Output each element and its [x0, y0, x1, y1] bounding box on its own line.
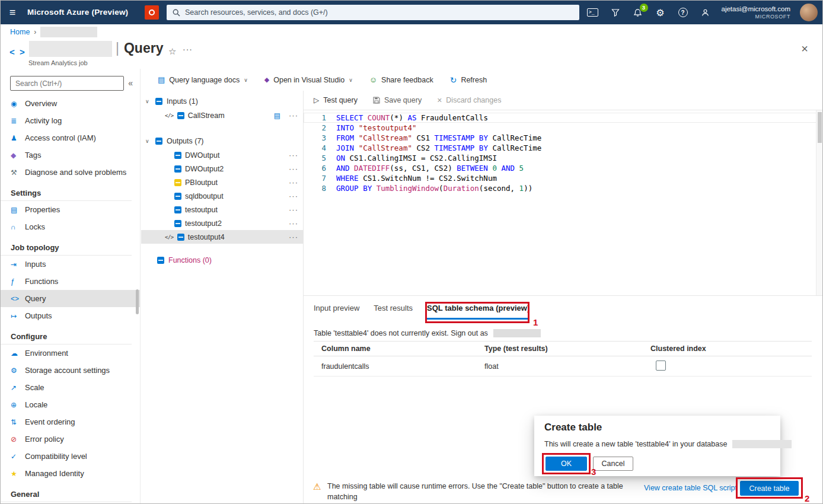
sidebar-item-activity-log[interactable]: ≣Activity log: [1, 112, 140, 129]
avatar[interactable]: [800, 4, 818, 21]
access-control-iam-icon: ♟: [11, 134, 25, 142]
output-icon: [174, 193, 181, 200]
sidebar-item-properties[interactable]: ▤Properties: [1, 201, 140, 218]
create-table-button[interactable]: Create table: [740, 481, 799, 496]
tree-item-testoutput[interactable]: testoutput···: [141, 203, 303, 216]
query-editor[interactable]: 1SELECT COUNT(*) AS FraudulentCalls2INTO…: [303, 110, 817, 295]
sidebar-item-environment[interactable]: ☁Environment: [1, 344, 140, 362]
tree-functions-group[interactable]: Functions (0): [141, 253, 303, 267]
table-missing-text: Table 'testtable4' does not currently ex…: [314, 329, 488, 337]
code-line: 4JOIN "CallStream" CS2 TIMESTAMP BY Call…: [304, 143, 817, 153]
test-query-button[interactable]: ▷ Test query: [314, 96, 358, 104]
tree-item-label: testoutput4: [188, 233, 225, 241]
sidebar-item-locks[interactable]: ∩Locks: [1, 218, 140, 235]
line-number: 4: [304, 143, 326, 153]
hamburger-menu-icon[interactable]: ≡: [1, 1, 24, 24]
page-title: |Query: [116, 40, 163, 56]
sidebar-item-locale[interactable]: ⊕Locale: [1, 396, 140, 413]
sidebar-item-label: Outputs: [25, 311, 52, 320]
managed-identity-icon: ★: [11, 470, 25, 478]
tags-icon: ◆: [11, 151, 25, 160]
sidebar-item-access-control-iam[interactable]: ♟Access control (IAM): [1, 129, 140, 146]
sidebar-item-compatibility-level[interactable]: ✓Compatibility level: [1, 448, 140, 465]
sidebar-item-inputs[interactable]: ⇥Inputs: [1, 256, 140, 273]
input-icon: [177, 112, 184, 119]
account-info[interactable]: ajetasi@microsoft.com MICROSOFT: [722, 5, 790, 20]
sidebar-item-diagnose-and-solve-problems[interactable]: ⚒Diagnose and solve problems: [1, 164, 140, 181]
sidebar-item-storage-account-settings[interactable]: ⚙Storage account settings: [1, 362, 140, 379]
tree-inputs-group[interactable]: ∨ Inputs (1): [141, 94, 303, 109]
query-language-docs-button[interactable]: ▤ Query language docs ∨: [158, 75, 248, 84]
tree-item-testoutput4[interactable]: </>testoutput4···: [141, 230, 303, 244]
tree-item-testoutput2[interactable]: testoutput2···: [141, 216, 303, 230]
more-options-icon[interactable]: ···: [289, 219, 298, 228]
more-options-icon[interactable]: ···: [289, 232, 298, 241]
functions-group-icon: [157, 257, 164, 264]
discard-changes-button[interactable]: × Discard changes: [437, 95, 501, 105]
favorite-star-icon[interactable]: ☆: [168, 46, 176, 57]
share-feedback-button[interactable]: ☺ Share feedback: [369, 75, 433, 84]
sidebar-item-label: Access control (IAM): [25, 133, 96, 142]
sidebar-search-input[interactable]: [10, 76, 124, 91]
code-line: 8GROUP BY TumblingWindow(Duration(second…: [304, 183, 817, 193]
discard-changes-label: Discard changes: [446, 96, 501, 104]
view-create-table-sql-script-link[interactable]: View create table SQL script: [644, 484, 737, 492]
editor-scrollbar[interactable]: [816, 110, 822, 295]
sample-data-icon[interactable]: ▤: [274, 111, 280, 120]
help-icon[interactable]: ?: [677, 6, 690, 19]
more-options-icon[interactable]: ···: [183, 44, 193, 54]
cloud-shell-icon[interactable]: >_: [586, 6, 599, 19]
tree-item-label: CallStream: [188, 111, 225, 120]
sidebar-item-overview[interactable]: ◉Overview: [1, 95, 140, 112]
tab-sql-table-schema[interactable]: SQL table schema (preview): [427, 304, 529, 320]
tree-item-label: testoutput: [185, 206, 218, 214]
tab-test-results[interactable]: Test results: [374, 304, 413, 320]
breadcrumb-home-link[interactable]: Home: [10, 28, 30, 36]
notifications-icon[interactable]: 3: [631, 6, 645, 19]
tree-item-dwoutput2[interactable]: DWOutput2···: [141, 162, 303, 176]
sidebar-item-managed-identity[interactable]: ★Managed Identity: [1, 465, 140, 482]
sidebar-item-query[interactable]: <>Query: [1, 290, 140, 307]
settings-gear-icon[interactable]: ⚙: [654, 6, 667, 19]
sidebar-item-error-policy[interactable]: ⊘Error policy: [1, 430, 140, 448]
tree-item-sqldboutput[interactable]: sqldboutput···: [141, 189, 303, 203]
feedback-icon[interactable]: [699, 6, 712, 19]
more-options-icon[interactable]: ···: [289, 192, 298, 200]
tree-item-pbioutput[interactable]: PBIoutput···: [141, 176, 303, 189]
tree-item-label: DWOutput: [185, 151, 219, 160]
tree-outputs-group[interactable]: ∨ Outputs (7): [141, 134, 303, 148]
refresh-button[interactable]: ↻ Refresh: [450, 75, 487, 85]
discard-icon: ×: [437, 95, 442, 105]
tree-item-callstream[interactable]: </> CallStream ▤ ···: [141, 109, 303, 122]
tree-item-label: sqldboutput: [185, 192, 224, 200]
ok-button[interactable]: OK: [546, 457, 587, 471]
sidebar-scrollbar[interactable]: [136, 289, 139, 314]
line-number: 5: [304, 153, 326, 163]
cancel-button[interactable]: Cancel: [593, 457, 633, 471]
editor-scrollbar-thumb[interactable]: [818, 112, 822, 143]
more-options-icon[interactable]: ···: [289, 151, 298, 160]
line-number: 1: [304, 113, 326, 123]
clustered-index-checkbox[interactable]: [656, 361, 666, 371]
sidebar-item-scale[interactable]: ↗Scale: [1, 379, 140, 396]
tab-input-preview[interactable]: Input preview: [314, 304, 359, 320]
more-options-icon[interactable]: ···: [289, 205, 298, 214]
sidebar-item-tags[interactable]: ◆Tags: [1, 146, 140, 164]
close-blade-icon[interactable]: ×: [801, 42, 808, 56]
sidebar-item-functions[interactable]: ƒFunctions: [1, 273, 140, 290]
collapse-menu-icon[interactable]: «: [128, 78, 133, 88]
open-in-visual-studio-button[interactable]: ◆ Open in Visual Studio ∨: [264, 76, 353, 84]
account-email: ajetasi@microsoft.com: [722, 5, 790, 13]
save-query-button[interactable]: Save query: [373, 96, 422, 104]
sidebar-item-event-ordering[interactable]: ⇅Event ordering: [1, 413, 140, 430]
more-options-icon[interactable]: ···: [289, 164, 298, 173]
more-options-icon[interactable]: ···: [289, 178, 298, 187]
global-search-input[interactable]: [185, 8, 573, 17]
more-options-icon[interactable]: ···: [289, 111, 298, 120]
code-text: JOIN "CallStream" CS2 TIMESTAMP BY CallR…: [326, 143, 541, 153]
directory-filter-icon[interactable]: [609, 6, 622, 19]
sidebar-item-outputs[interactable]: ↦Outputs: [1, 307, 140, 324]
preview-app-icon[interactable]: [145, 5, 159, 20]
sidebar-item-label: Functions: [25, 277, 58, 286]
tree-item-dwoutput[interactable]: DWOutput···: [141, 148, 303, 162]
